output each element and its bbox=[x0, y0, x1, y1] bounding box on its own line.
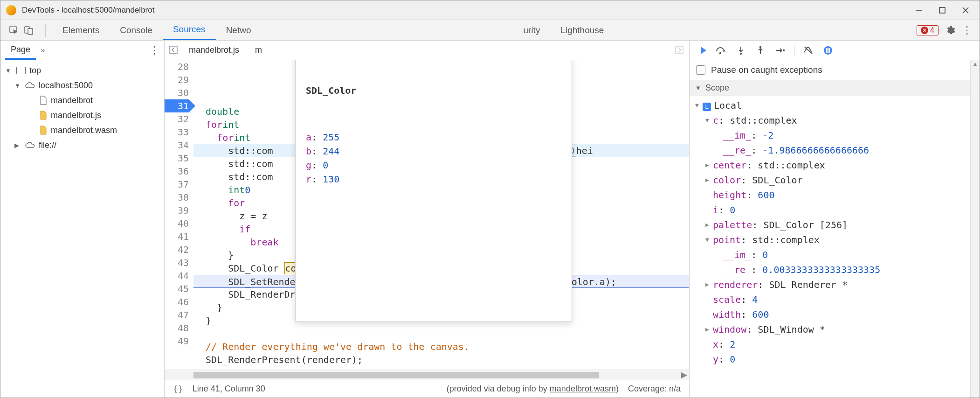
tree-file-mandelbrot-wasm[interactable]: mandelbrot.wasm bbox=[0, 123, 164, 138]
editor-tab-mandelbrot-js[interactable]: mandelbrot.js bbox=[183, 41, 245, 60]
svg-point-17 bbox=[824, 46, 832, 55]
tree-file-mandelbrot[interactable]: mandelbrot bbox=[0, 93, 164, 108]
window-title: DevTools - localhost:5000/mandelbrot bbox=[22, 6, 914, 15]
value-popup: SDL_Color a: 255b: 244g: 0r: 130 bbox=[295, 60, 572, 322]
scope-row[interactable]: palette: SDL_Color [256] bbox=[695, 217, 980, 232]
settings-gear-icon[interactable] bbox=[945, 25, 955, 35]
scope-body[interactable]: LLocalc: std::complex__im_: -2__re_: -1.… bbox=[690, 96, 980, 398]
svg-rect-7 bbox=[170, 46, 177, 54]
tab-lighthouse[interactable]: Lighthouse bbox=[550, 20, 614, 40]
scope-row[interactable]: __re_: -1.9866666666666666 bbox=[695, 143, 980, 158]
tab-security[interactable]: urity bbox=[513, 20, 550, 40]
tab-console[interactable]: Console bbox=[110, 20, 163, 40]
main-tabstrip: Elements Console Sources Netwo urity Lig… bbox=[0, 20, 980, 41]
vertical-scrollbar[interactable]: ▲ bbox=[970, 60, 980, 398]
nav-back-icon[interactable] bbox=[169, 46, 179, 55]
scope-row[interactable]: __im_: -2 bbox=[695, 128, 980, 143]
scope-row[interactable]: width: 600 bbox=[695, 307, 980, 322]
pause-on-caught-row[interactable]: Pause on caught exceptions bbox=[690, 60, 980, 80]
cloud-icon bbox=[25, 82, 36, 89]
svg-rect-6 bbox=[28, 28, 33, 35]
scope-row[interactable]: __re_: 0.0033333333333333335 bbox=[695, 262, 980, 277]
editor-tabs: mandelbrot.js m bbox=[165, 41, 689, 60]
horizontal-scrollbar[interactable]: ▶ bbox=[165, 370, 689, 380]
debug-panel: Pause on caught exceptions Scope LLocalc… bbox=[690, 41, 980, 398]
scope-row[interactable]: point: std::complex bbox=[695, 232, 980, 247]
error-badge[interactable]: ✕ 4 bbox=[917, 25, 939, 35]
editor-tab-hidden[interactable]: m bbox=[249, 41, 268, 60]
scrollbar-thumb[interactable] bbox=[193, 372, 599, 378]
scope-row[interactable]: x: 2 bbox=[695, 337, 980, 352]
editor-body[interactable]: 2829303132333435363738394041424344454647… bbox=[165, 60, 689, 370]
frame-icon bbox=[16, 67, 26, 74]
resume-button[interactable] bbox=[696, 45, 707, 56]
popup-body: a: 255b: 244g: 0r: 130 bbox=[296, 125, 572, 193]
svg-rect-18 bbox=[826, 48, 828, 53]
editor-column: mandelbrot.js m 282930313233343536373839… bbox=[165, 41, 690, 398]
svg-point-9 bbox=[719, 52, 721, 54]
error-icon: ✕ bbox=[921, 27, 928, 34]
checkbox[interactable] bbox=[696, 65, 705, 75]
debug-info-source: (provided via debug info by mandelbrot.w… bbox=[447, 384, 619, 394]
step-out-button[interactable] bbox=[755, 45, 766, 56]
scope-row[interactable]: __im_: 0 bbox=[695, 247, 980, 262]
tree-host[interactable]: localhost:5000 bbox=[0, 78, 164, 93]
scope-row[interactable]: height: 600 bbox=[695, 188, 980, 202]
chevron-down-icon bbox=[14, 82, 22, 89]
chevron-down-icon bbox=[695, 84, 703, 91]
scope-row[interactable]: i: 0 bbox=[695, 202, 980, 217]
scope-row[interactable]: scale: 4 bbox=[695, 292, 980, 307]
debug-info-link[interactable]: mandelbrot.wasm bbox=[550, 384, 616, 393]
maximize-button[interactable] bbox=[938, 6, 947, 15]
code-area[interactable]: SDL_Color a: 255b: 244g: 0r: 130 doublef… bbox=[193, 60, 689, 370]
error-count: 4 bbox=[930, 26, 934, 35]
deactivate-breakpoints-button[interactable] bbox=[803, 45, 814, 56]
sidebar-tab-more[interactable]: » bbox=[36, 46, 49, 55]
close-button[interactable] bbox=[961, 6, 970, 15]
panel-tabs: Elements Console Sources Netwo urity Lig… bbox=[52, 20, 614, 40]
file-tree: top localhost:5000 mandelbrot mandelbrot… bbox=[0, 60, 164, 398]
tree-file-mandelbrot-js[interactable]: mandelbrot.js bbox=[0, 108, 164, 123]
scope-row[interactable]: color: SDL_Color bbox=[695, 173, 980, 188]
chevron-down-icon bbox=[5, 67, 13, 74]
tree-file-scheme[interactable]: file:// bbox=[0, 138, 164, 153]
tab-elements[interactable]: Elements bbox=[52, 20, 110, 40]
tab-network[interactable]: Netwo bbox=[216, 20, 262, 40]
device-toggle-icon[interactable] bbox=[24, 25, 34, 35]
more-menu-icon[interactable]: ⋮ bbox=[962, 24, 972, 36]
sidebar-kebab-icon[interactable]: ⋮ bbox=[149, 44, 159, 56]
scope-row[interactable]: window: SDL_Window * bbox=[695, 322, 980, 337]
pause-on-exceptions-button[interactable] bbox=[822, 45, 834, 56]
minimize-button[interactable] bbox=[914, 6, 924, 15]
scope-row[interactable]: LLocal bbox=[695, 98, 980, 113]
tree-top[interactable]: top bbox=[0, 63, 164, 78]
step-button[interactable] bbox=[774, 45, 786, 56]
scope-section-header[interactable]: Scope bbox=[690, 80, 980, 96]
step-into-button[interactable] bbox=[735, 45, 746, 56]
scroll-right-icon[interactable]: ▶ bbox=[679, 370, 689, 380]
step-over-button[interactable] bbox=[716, 45, 727, 56]
main-area: Page » ⋮ top localhost:5000 mandelbrot bbox=[0, 41, 980, 398]
sidebar: Page » ⋮ top localhost:5000 mandelbrot bbox=[0, 41, 165, 398]
cloud-icon bbox=[25, 141, 36, 149]
inspect-element-icon[interactable] bbox=[9, 25, 19, 35]
sidebar-tabs: Page » ⋮ bbox=[0, 41, 164, 60]
scroll-up-icon[interactable]: ▲ bbox=[971, 60, 980, 70]
statusbar: {} Line 41, Column 30 (provided via debu… bbox=[165, 380, 689, 398]
nav-forward-icon[interactable] bbox=[675, 46, 684, 55]
devtools-window: DevTools - localhost:5000/mandelbrot Ele… bbox=[0, 0, 980, 398]
svg-rect-1 bbox=[939, 7, 945, 13]
window-controls bbox=[914, 6, 974, 15]
scope-row[interactable]: center: std::complex bbox=[695, 158, 980, 173]
scope-row[interactable]: y: 0 bbox=[695, 352, 980, 367]
scope-row[interactable]: renderer: SDL_Renderer * bbox=[695, 277, 980, 292]
sidebar-tab-page[interactable]: Page bbox=[5, 41, 36, 60]
line-gutter[interactable]: 2829303132333435363738394041424344454647… bbox=[165, 60, 193, 370]
file-icon bbox=[40, 96, 47, 105]
titlebar: DevTools - localhost:5000/mandelbrot bbox=[0, 0, 980, 20]
scope-row[interactable]: c: std::complex bbox=[695, 113, 980, 128]
tab-sources[interactable]: Sources bbox=[163, 20, 216, 40]
pretty-print-icon[interactable]: {} bbox=[173, 384, 183, 394]
coverage-status: Coverage: n/a bbox=[628, 384, 681, 394]
svg-rect-19 bbox=[828, 48, 830, 53]
